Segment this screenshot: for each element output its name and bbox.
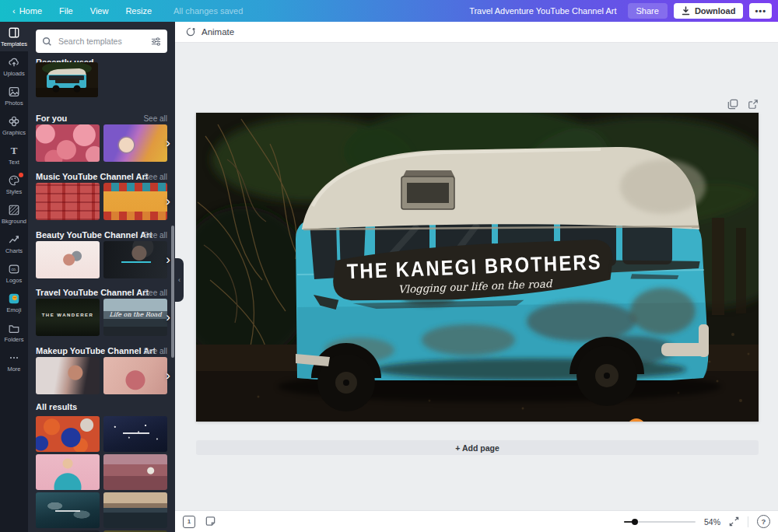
- carousel-next-icon[interactable]: ›: [166, 310, 170, 325]
- sidebar-item-graphics[interactable]: Graphics: [0, 110, 28, 140]
- templates-panel: Recently used For you See all › Music Yo…: [28, 22, 175, 532]
- sidebar-item-emoji[interactable]: Emoji: [0, 288, 28, 317]
- new-page-icon[interactable]: [748, 99, 759, 110]
- add-page-button[interactable]: + Add page: [196, 440, 759, 455]
- template-thumbnail[interactable]: THE WANDERER: [36, 299, 100, 336]
- template-thumbnail[interactable]: [36, 492, 100, 528]
- charts-icon: [8, 233, 20, 246]
- file-menu[interactable]: File: [59, 6, 73, 16]
- fullscreen-icon[interactable]: [729, 516, 739, 527]
- home-button[interactable]: ‹ Home: [12, 6, 42, 16]
- logos-icon: co.: [8, 263, 20, 275]
- bus-mini-thumbnail: [36, 62, 98, 97]
- carousel-next-icon[interactable]: ›: [166, 135, 170, 151]
- sidebar-item-more[interactable]: More: [0, 347, 28, 376]
- sidebar-item-background[interactable]: Bkground: [0, 199, 28, 229]
- carousel-next-icon[interactable]: ›: [166, 368, 170, 383]
- sidebar-item-folders[interactable]: Folders: [0, 317, 28, 347]
- template-thumbnail[interactable]: [103, 416, 167, 452]
- template-thumbnail[interactable]: [36, 124, 100, 162]
- uploads-icon: [8, 56, 20, 68]
- template-thumbnail[interactable]: [36, 454, 100, 490]
- zoom-level: 54%: [704, 517, 720, 527]
- sidebar-item-photos[interactable]: Photos: [0, 81, 28, 110]
- results-grid-row: [36, 454, 167, 490]
- template-thumbnail[interactable]: Life on the Road: [103, 299, 167, 336]
- sidebar-item-styles[interactable]: Styles: [0, 170, 28, 199]
- thumbnail-text: Life on the Road: [103, 311, 167, 318]
- duplicate-page-icon[interactable]: [727, 99, 738, 110]
- template-thumbnail[interactable]: [36, 183, 100, 220]
- template-thumbnail[interactable]: [103, 492, 167, 528]
- template-thumbnail[interactable]: [103, 183, 167, 220]
- see-all-link[interactable]: See all: [143, 347, 167, 355]
- template-thumbnail[interactable]: [36, 241, 100, 278]
- all-results-title: All results: [36, 402, 77, 411]
- emoji-icon: [8, 292, 20, 305]
- template-carousel: ›: [36, 357, 167, 394]
- search-icon: [42, 37, 52, 47]
- context-toolbar: Animate: [175, 22, 778, 43]
- carousel-next-icon[interactable]: ›: [166, 252, 170, 268]
- carousel-next-icon[interactable]: ›: [166, 194, 170, 209]
- sidebar-item-text[interactable]: T Text: [0, 140, 28, 170]
- section-title: For you: [36, 114, 67, 123]
- page-actions: [724, 99, 759, 110]
- download-icon: [682, 6, 690, 16]
- search-input[interactable]: [57, 36, 146, 47]
- svg-text:T: T: [11, 145, 18, 156]
- zoom-slider[interactable]: [624, 521, 696, 523]
- animate-button[interactable]: Animate: [175, 22, 244, 42]
- template-thumbnail[interactable]: [103, 357, 167, 394]
- download-button[interactable]: Download: [674, 3, 744, 19]
- divider: [748, 516, 748, 527]
- canvas-page[interactable]: THE KANEGI BROTHERS Vlogging our life on…: [196, 113, 759, 422]
- recently-used-thumbnail[interactable]: [36, 62, 98, 97]
- zoom-slider-knob[interactable]: [632, 519, 638, 525]
- share-button[interactable]: Share: [628, 3, 668, 19]
- sidebar-item-charts[interactable]: Charts: [0, 229, 28, 258]
- see-all-link[interactable]: See all: [143, 173, 167, 181]
- page-count-button[interactable]: 1: [183, 516, 195, 528]
- templates-icon: [8, 26, 20, 39]
- sidebar-rail: Templates Uploads Photos Graphics T Text…: [0, 22, 28, 532]
- help-icon[interactable]: ?: [757, 515, 770, 528]
- template-carousel: ›: [36, 183, 167, 220]
- status-bar: 1 54% ?: [175, 510, 778, 532]
- view-menu[interactable]: View: [90, 6, 109, 16]
- template-thumbnail[interactable]: [36, 416, 100, 452]
- search-box[interactable]: [36, 30, 167, 53]
- design-artwork: THE KANEGI BROTHERS Vlogging our life on…: [196, 113, 759, 422]
- graphics-icon: [8, 115, 20, 128]
- panel-scrollbar[interactable]: [171, 226, 174, 358]
- animate-icon: [185, 26, 196, 37]
- chevron-left-icon: ‹: [178, 276, 180, 284]
- svg-text:co.: co.: [11, 267, 16, 271]
- sidebar-item-logos[interactable]: co. Logos: [0, 258, 28, 288]
- template-carousel: ›: [36, 241, 167, 278]
- notes-icon[interactable]: [205, 516, 216, 527]
- background-icon: [8, 204, 20, 216]
- thumbnail-text: THE WANDERER: [36, 313, 100, 317]
- template-thumbnail[interactable]: [103, 454, 167, 490]
- resize-menu[interactable]: Resize: [125, 6, 152, 16]
- folders-icon: [8, 322, 20, 334]
- see-all-link[interactable]: See all: [143, 289, 167, 297]
- panel-collapse-tab[interactable]: ‹: [175, 258, 184, 302]
- sidebar-item-templates[interactable]: Templates: [0, 22, 28, 51]
- see-all-link[interactable]: See all: [143, 114, 167, 123]
- more-options-button[interactable]: •••: [749, 3, 772, 19]
- template-thumbnail[interactable]: [36, 357, 100, 394]
- editor-main-area: Animate: [175, 22, 778, 532]
- template-thumbnail[interactable]: [103, 241, 167, 278]
- template-carousel: ›: [36, 124, 167, 162]
- template-thumbnail[interactable]: [103, 124, 167, 162]
- section-title: Travel YouTube Channel Art: [36, 288, 149, 297]
- document-title[interactable]: Travel Adventure YouTube Channel Art: [469, 6, 616, 16]
- save-status: All changes saved: [173, 6, 243, 16]
- see-all-link[interactable]: See all: [143, 231, 167, 240]
- text-icon: T: [8, 145, 20, 157]
- sidebar-item-uploads[interactable]: Uploads: [0, 51, 28, 81]
- results-grid-row: [36, 492, 167, 528]
- filter-icon[interactable]: [151, 37, 161, 47]
